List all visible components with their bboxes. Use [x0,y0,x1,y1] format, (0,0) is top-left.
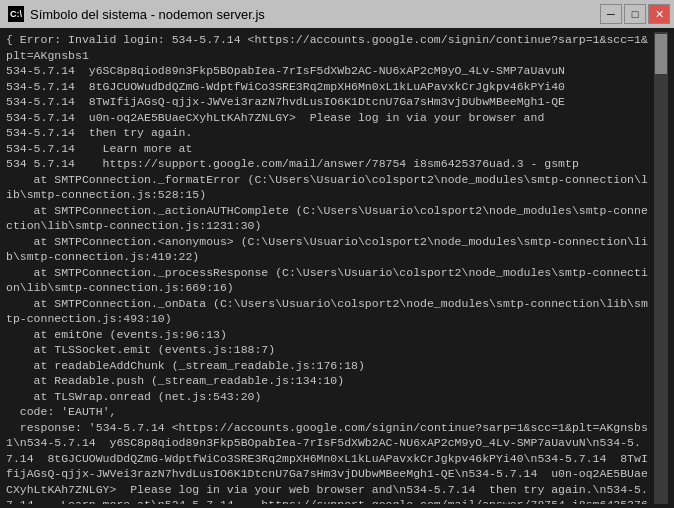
console-output: { Error: Invalid login: 534-5.7.14 <http… [6,32,654,504]
restore-button[interactable]: □ [624,4,646,24]
title-bar-buttons: ─ □ ✕ [600,4,670,24]
window: C:\ Símbolo del sistema - nodemon server… [0,0,674,508]
minimize-button[interactable]: ─ [600,4,622,24]
close-button[interactable]: ✕ [648,4,670,24]
console-area: { Error: Invalid login: 534-5.7.14 <http… [0,28,674,508]
window-icon: C:\ [8,6,24,22]
scrollbar-thumb[interactable] [655,34,667,74]
title-bar: C:\ Símbolo del sistema - nodemon server… [0,0,674,28]
title-bar-left: C:\ Símbolo del sistema - nodemon server… [8,6,265,22]
scrollbar[interactable] [654,32,668,504]
window-title: Símbolo del sistema - nodemon server.js [30,7,265,22]
